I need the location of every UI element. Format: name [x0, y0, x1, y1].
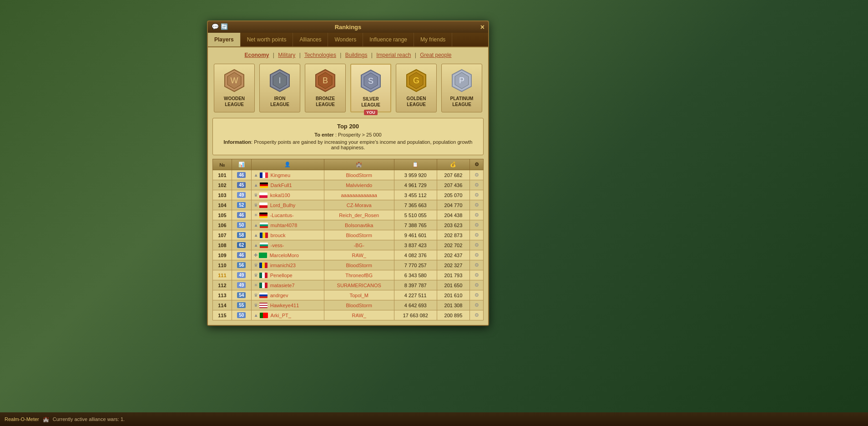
player-name[interactable]: matasiete7 — [270, 283, 295, 288]
cell-rank: 108 — [213, 240, 232, 250]
alliance-name[interactable]: BloodStorm — [346, 303, 372, 308]
player-name[interactable]: muhtar4078 — [271, 223, 298, 228]
league-silver[interactable]: S SILVERLEAGUE YOU — [350, 64, 391, 112]
wooden-league-badge: W — [223, 68, 246, 93]
alliance-name[interactable]: Bolsonavtika — [345, 223, 373, 228]
gear-button[interactable]: ⚙ — [474, 312, 479, 318]
gear-button[interactable]: ⚙ — [474, 292, 479, 298]
player-name[interactable]: Hawkeye411 — [270, 303, 299, 308]
player-name[interactable]: Penellope — [270, 273, 293, 278]
gear-button[interactable]: ⚙ — [474, 282, 479, 288]
cell-alliance: Malviviendo — [324, 180, 394, 190]
player-name[interactable]: irmanichi23 — [270, 263, 296, 268]
subtab-great-people[interactable]: Great people — [420, 52, 451, 58]
league-platinum[interactable]: P PLATINUMLEAGUE — [441, 64, 482, 112]
player-name[interactable]: -Lucantus- — [270, 213, 294, 218]
flag-icon — [259, 303, 267, 308]
alliance-name[interactable]: RAW_ — [352, 313, 366, 318]
tab-net-worth[interactable]: Net worth points — [241, 33, 293, 46]
league-iron[interactable]: I IRONLEAGUE — [259, 64, 300, 112]
cell-alliance: BloodStorm — [324, 300, 394, 310]
alliance-name[interactable]: BloodStorm — [346, 233, 372, 238]
player-cell: ☀ matasiete7 — [254, 283, 322, 288]
subtab-military[interactable]: Military — [278, 52, 295, 58]
cell-rank: 113 — [213, 290, 232, 300]
cell-level: 54 — [232, 290, 251, 300]
gear-button[interactable]: ⚙ — [474, 192, 479, 198]
alliance-name[interactable]: -BG- — [354, 243, 364, 248]
cell-rank: 112 — [213, 280, 232, 290]
tab-wonders[interactable]: Wonders — [328, 33, 363, 46]
gear-button[interactable]: ⚙ — [474, 262, 479, 268]
cell-level: 58 — [232, 230, 251, 240]
player-name[interactable]: kokal100 — [270, 193, 290, 198]
level-badge: 46 — [237, 172, 246, 178]
alliance-name[interactable]: aaaaaaaaaaaaa — [341, 193, 377, 198]
gear-button[interactable]: ⚙ — [474, 242, 479, 248]
chat-icon[interactable]: 💬 — [212, 23, 219, 30]
iron-league-badge: I — [268, 68, 291, 93]
player-name[interactable]: Arki_PT_ — [271, 313, 291, 318]
gear-button[interactable]: ⚙ — [474, 302, 479, 308]
role-icon: ▲ — [254, 183, 258, 188]
col-settings: ⚙ — [470, 159, 484, 170]
alliance-name[interactable]: ThroneofBG — [345, 273, 373, 278]
player-name[interactable]: Kingmeu — [271, 172, 290, 178]
league-bronze[interactable]: B BRONZELEAGUE — [305, 64, 346, 112]
cell-alliance: RAW_ — [324, 250, 394, 260]
player-name[interactable]: MarceloMoro — [270, 253, 299, 258]
gear-button[interactable]: ⚙ — [474, 182, 479, 188]
alliance-name[interactable]: CZ-Morava — [347, 203, 372, 208]
tab-influence[interactable]: Influence range — [363, 33, 414, 46]
cell-gear: ⚙ — [470, 260, 484, 270]
player-cell: ▲ DarkFull1 — [254, 183, 322, 188]
player-name[interactable]: DarkFull1 — [271, 183, 292, 188]
gear-button[interactable]: ⚙ — [474, 172, 479, 178]
gear-button[interactable]: ⚙ — [474, 232, 479, 238]
tab-friends[interactable]: My friends — [414, 33, 452, 46]
refresh-icon[interactable]: 🔄 — [221, 23, 228, 30]
league-wooden[interactable]: W WOODENLEAGUE — [214, 64, 255, 112]
cell-gear: ⚙ — [470, 300, 484, 310]
svg-text:I: I — [278, 76, 281, 85]
alliance-name[interactable]: Malviviendo — [346, 183, 372, 188]
flag-icon — [260, 313, 268, 318]
league-golden[interactable]: G GOLDENLEAGUE — [396, 64, 437, 112]
cell-player: ♛ Lord_Bulhy — [251, 200, 324, 210]
alliance-name[interactable]: Reich_der_Rosen — [339, 213, 379, 218]
bottom-bar-info: Currently active alliance wars: 1. — [53, 416, 125, 422]
bronze-league-badge: B — [314, 68, 337, 93]
cell-score1: 9 461 601 — [394, 230, 437, 240]
alliance-name[interactable]: Topol_M — [349, 293, 368, 298]
tab-players[interactable]: Players — [208, 33, 241, 46]
alliance-name[interactable]: RAW_ — [352, 253, 366, 258]
modal-close-button[interactable]: × — [480, 23, 484, 31]
cell-gear: ⚙ — [470, 240, 484, 250]
subtab-buildings[interactable]: Buildings — [345, 52, 368, 58]
cell-level: 52 — [232, 200, 251, 210]
subtab-economy[interactable]: Economy — [244, 52, 269, 58]
cell-gear: ⚙ — [470, 230, 484, 240]
gear-button[interactable]: ⚙ — [474, 252, 479, 258]
alliance-name[interactable]: SURAMERICANOS — [337, 283, 381, 288]
table-row: 110 56 ♛ irmanichi23 BloodStorm 7 770 25… — [213, 260, 484, 270]
realm-o-meter-label: Realm-O-Meter — [5, 416, 39, 422]
subtab-imperial[interactable]: Imperial reach — [376, 52, 411, 58]
player-name[interactable]: Lord_Bulhy — [270, 203, 296, 208]
tab-alliances[interactable]: Alliances — [293, 33, 328, 46]
table-row: 109 46 ✚ MarceloMoro RAW_ 4 082 376 202 … — [213, 250, 484, 260]
gear-button[interactable]: ⚙ — [474, 272, 479, 278]
gear-button[interactable]: ⚙ — [474, 222, 479, 228]
player-name[interactable]: andrgev — [270, 293, 288, 298]
gear-button[interactable]: ⚙ — [474, 212, 479, 218]
cell-rank: 110 — [213, 260, 232, 270]
alliance-name[interactable]: BloodStorm — [346, 263, 372, 268]
iron-league-name: IRONLEAGUE — [270, 96, 289, 107]
alliance-name[interactable]: BloodStorm — [346, 172, 372, 178]
subtab-technologies[interactable]: Technologies — [304, 52, 336, 58]
cell-gear: ⚙ — [470, 280, 484, 290]
player-name[interactable]: brouck — [271, 233, 286, 238]
player-name[interactable]: -vess- — [271, 243, 284, 248]
cell-score1: 7 365 663 — [394, 200, 437, 210]
gear-button[interactable]: ⚙ — [474, 202, 479, 208]
